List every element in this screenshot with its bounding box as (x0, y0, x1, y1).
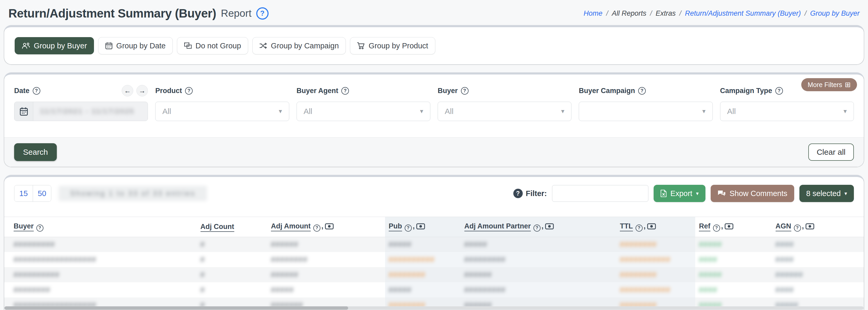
adj-count-cell: # (197, 252, 267, 267)
chevron-down-icon: ▾ (696, 190, 699, 197)
comments-icon (717, 190, 726, 197)
filter-grid: Date ? ← → 11/17/2021 - 11/17/2025 (4, 74, 864, 137)
page-size-15-button[interactable]: 15 (14, 185, 33, 202)
filter-date: Date ? ← → 11/17/2021 - 11/17/2025 (14, 85, 148, 121)
group-by-campaign-label: Group by Campaign (271, 41, 339, 50)
ref-cell: #### (695, 282, 772, 298)
agn-cell: #### (772, 252, 864, 267)
filter-buyer: Buyer ? All ▼ (438, 85, 571, 121)
help-icon[interactable]: ? (636, 225, 643, 232)
do-not-group-button[interactable]: Do not Group (177, 37, 248, 55)
money-bill-icon (724, 223, 734, 230)
more-filters-button[interactable]: More Filters ⊞ (801, 78, 857, 91)
breadcrumb-all-reports[interactable]: All Reports (612, 9, 646, 18)
pub-cell: ########## (385, 252, 461, 267)
money-bill-icon (647, 223, 656, 230)
pub-cell: ##### (385, 237, 461, 252)
buyer-agent-select[interactable]: All ▼ (297, 102, 430, 121)
group-by-product-button[interactable]: Group by Product (350, 37, 435, 55)
group-by-card: Group by Buyer Group by Date Do not Grou… (4, 25, 864, 65)
columns-selected-button[interactable]: 8 selected ▾ (799, 185, 854, 202)
calendar-icon (105, 42, 113, 49)
table-row[interactable]: ######### # ###### ##### ##### ######## … (4, 237, 864, 252)
table-controls-right: ? Filter: Export ▾ Show Comments (513, 185, 854, 202)
buyer-campaign-label: Buyer Campaign (579, 87, 635, 95)
ttl-cell: ########### (616, 282, 695, 298)
ref-cell: ##### (695, 267, 772, 282)
ref-cell: #### (695, 252, 772, 267)
campaign-type-select[interactable]: All ▼ (720, 102, 854, 121)
excel-file-icon (660, 190, 667, 197)
help-icon[interactable]: ? (794, 225, 801, 232)
table-row[interactable]: ######## # ##### ##### ######### #######… (4, 282, 864, 298)
breadcrumb-separator: / (679, 9, 681, 18)
help-icon[interactable]: ? (533, 225, 540, 232)
help-icon[interactable]: ? (313, 225, 320, 232)
column-header-pub[interactable]: Pub?, (385, 217, 461, 237)
group-by-campaign-button[interactable]: Group by Campaign (252, 37, 346, 55)
horizontal-scrollbar[interactable] (4, 306, 864, 310)
column-header-agn[interactable]: AGN?, (772, 217, 864, 237)
buyer-campaign-select[interactable]: ▼ (579, 102, 713, 121)
clear-all-button[interactable]: Clear all (808, 143, 854, 161)
buyer-select[interactable]: All ▼ (438, 102, 571, 121)
summary-table: Buyer? Adj Count Adj Amount?, Pub?, Adj … (4, 217, 864, 310)
group-by-buyer-button[interactable]: Group by Buyer (15, 37, 94, 55)
help-icon[interactable]: ? (405, 225, 412, 232)
breadcrumb-report[interactable]: Return/Adjustment Summary (Buyer) (685, 9, 801, 18)
filter-help-icon[interactable]: ? (513, 189, 523, 198)
search-button[interactable]: Search (14, 143, 57, 161)
show-comments-button[interactable]: Show Comments (711, 185, 794, 202)
filter-buyer-agent: Buyer Agent ? All ▼ (297, 85, 430, 121)
more-filters-label: More Filters (808, 81, 842, 89)
column-header-adj-count[interactable]: Adj Count (197, 217, 267, 237)
column-header-ref[interactable]: Ref?, (695, 217, 772, 237)
table-row[interactable]: ########## # ###### ######## ###### ####… (4, 267, 864, 282)
scrollbar-thumb[interactable] (4, 306, 348, 310)
adj-amount-partner-cell: ##### (461, 237, 616, 252)
adj-amount-cell: ##### (267, 282, 385, 298)
chevron-down-icon: ▼ (842, 108, 848, 114)
column-header-buyer[interactable]: Buyer? (4, 217, 197, 237)
help-icon[interactable]: ? (713, 225, 720, 232)
help-icon[interactable]: ? (33, 87, 40, 95)
group-by-bar: Group by Buyer Group by Date Do not Grou… (4, 27, 864, 64)
page-size-50-button[interactable]: 50 (33, 185, 51, 202)
breadcrumb-home[interactable]: Home (584, 9, 602, 18)
product-select[interactable]: All ▼ (155, 102, 289, 121)
help-icon[interactable]: ? (185, 87, 193, 95)
breadcrumb-extras[interactable]: Extras (656, 9, 676, 18)
date-prev-button[interactable]: ← (122, 85, 133, 97)
buyer-agent-label: Buyer Agent (297, 87, 338, 95)
page-size-toggle: 15 50 (14, 185, 51, 202)
ttl-cell: ######## (616, 237, 695, 252)
cart-icon (357, 42, 365, 49)
help-icon[interactable]: ? (638, 87, 646, 95)
help-icon[interactable]: ? (775, 87, 783, 95)
money-bill-icon (545, 223, 554, 230)
pub-cell: ##### (385, 282, 461, 298)
table-filter-input[interactable] (552, 185, 648, 202)
breadcrumb-separator: / (606, 9, 608, 18)
date-range-input[interactable]: 11/17/2021 - 11/17/2025 (14, 102, 148, 121)
filters-card: More Filters ⊞ Date ? ← → (4, 72, 864, 167)
table-header-row: Buyer? Adj Count Adj Amount?, Pub?, Adj … (4, 217, 864, 237)
column-header-adj-amount[interactable]: Adj Amount?, (267, 217, 385, 237)
table-row[interactable]: ################## # ######## ##########… (4, 252, 864, 267)
chevron-down-icon: ▼ (278, 108, 283, 114)
adj-amount-cell: ###### (267, 267, 385, 282)
date-next-button[interactable]: → (136, 85, 148, 97)
adj-amount-partner-cell: ######### (461, 282, 616, 298)
report-help-icon[interactable]: ? (256, 7, 269, 20)
group-by-date-button[interactable]: Group by Date (98, 37, 173, 55)
export-button[interactable]: Export ▾ (654, 185, 706, 202)
column-header-ttl[interactable]: TTL?, (616, 217, 695, 237)
help-icon[interactable]: ? (461, 87, 469, 95)
help-icon[interactable]: ? (36, 225, 43, 232)
chevron-down-icon: ▼ (560, 108, 566, 114)
ungroup-icon (184, 42, 192, 49)
show-comments-label: Show Comments (730, 189, 787, 198)
help-icon[interactable]: ? (341, 87, 349, 95)
breadcrumb-group-by-buyer[interactable]: Group by Buyer (810, 9, 860, 18)
column-header-adj-amount-partner[interactable]: Adj Amount Partner?, (461, 217, 616, 237)
